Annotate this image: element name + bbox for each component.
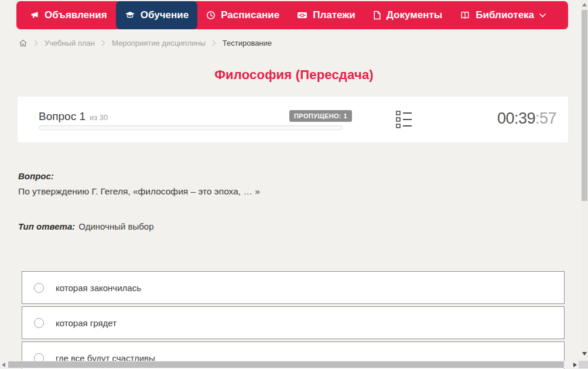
question-counter: Вопрос 1из 30	[39, 110, 108, 123]
graduation-cap-icon	[125, 11, 135, 20]
breadcrumb-item-study-plan[interactable]: Учебный план	[45, 39, 95, 47]
question-text: По утверждению Г. Гегеля, «философия – э…	[18, 186, 260, 197]
radio-button[interactable]	[34, 318, 44, 328]
scroll-down-arrow-icon[interactable]	[582, 352, 587, 356]
answer-type-value: Одиночный выбор	[78, 221, 153, 231]
answer-option-label: которая закончилась	[56, 283, 141, 293]
nav-item-label: Платежи	[313, 9, 355, 21]
breadcrumb: Учебный план Мероприятие дисциплины Тест…	[19, 36, 272, 49]
scroll-right-arrow-icon[interactable]	[573, 363, 577, 367]
answer-type: Тип ответа:Одиночный выбор	[18, 221, 154, 231]
top-navbar: Объявления Обучение Расписание Платежи Д…	[16, 1, 568, 29]
book-icon	[460, 11, 470, 20]
progress-bar	[39, 125, 343, 130]
breadcrumb-item-discipline-event[interactable]: Мероприятие дисциплины	[112, 39, 206, 47]
timer-minutes: 00:39	[497, 110, 535, 127]
nav-item-label: Обучение	[141, 9, 189, 21]
answer-option-label: которая грядет	[56, 318, 117, 328]
clock-icon	[206, 11, 216, 20]
megaphone-icon	[30, 11, 39, 20]
quiz-page: Объявления Обучение Расписание Платежи Д…	[0, 0, 588, 369]
horizontal-scrollbar[interactable]	[0, 361, 579, 368]
vertical-scrollbar-thumb[interactable]	[582, 10, 587, 201]
scrollbar-corner	[579, 361, 588, 368]
scroll-up-arrow-icon[interactable]	[582, 3, 587, 6]
question-list-icon[interactable]	[396, 111, 412, 129]
chevron-right-icon	[34, 40, 38, 46]
nav-item-learning[interactable]: Обучение	[116, 1, 197, 29]
nav-item-library[interactable]: Библиотека	[451, 1, 555, 29]
question-heading: Вопрос:	[18, 171, 54, 181]
nav-item-announcements[interactable]: Объявления	[21, 1, 116, 29]
nav-item-label: Документы	[387, 9, 443, 21]
chevron-right-icon	[212, 40, 216, 46]
answer-option[interactable]: которая грядет	[22, 306, 565, 339]
nav-item-label: Библиотека	[476, 9, 534, 21]
nav-item-documents[interactable]: Документы	[364, 1, 452, 29]
document-icon	[373, 11, 381, 20]
nav-item-label: Объявления	[45, 9, 107, 21]
question-number: Вопрос 1	[39, 110, 86, 122]
question-total: из 30	[90, 113, 108, 122]
nav-item-payments[interactable]: Платежи	[288, 1, 364, 29]
horizontal-scrollbar-thumb[interactable]	[8, 361, 564, 368]
vertical-scrollbar[interactable]	[581, 0, 588, 361]
timer-seconds: :57	[535, 110, 556, 127]
question-header-panel: Вопрос 1из 30 ПРОПУЩЕНО: 1 00:39:57	[18, 97, 568, 142]
chevron-right-icon	[101, 40, 105, 46]
radio-button[interactable]	[34, 283, 44, 293]
page-title: Философия (Пересдача)	[0, 67, 588, 83]
banknote-icon	[297, 11, 307, 19]
nav-item-schedule[interactable]: Расписание	[197, 1, 288, 29]
home-icon[interactable]	[19, 39, 28, 47]
breadcrumb-item-testing: Тестирование	[223, 39, 272, 47]
scroll-left-arrow-icon[interactable]	[2, 363, 5, 367]
nav-item-label: Расписание	[221, 9, 279, 21]
chevron-down-icon	[539, 13, 546, 18]
answer-option[interactable]: которая закончилась	[22, 271, 565, 304]
skipped-badge: ПРОПУЩЕНО: 1	[289, 110, 352, 122]
answer-type-label: Тип ответа:	[18, 221, 75, 231]
timer: 00:39:57	[497, 110, 556, 128]
